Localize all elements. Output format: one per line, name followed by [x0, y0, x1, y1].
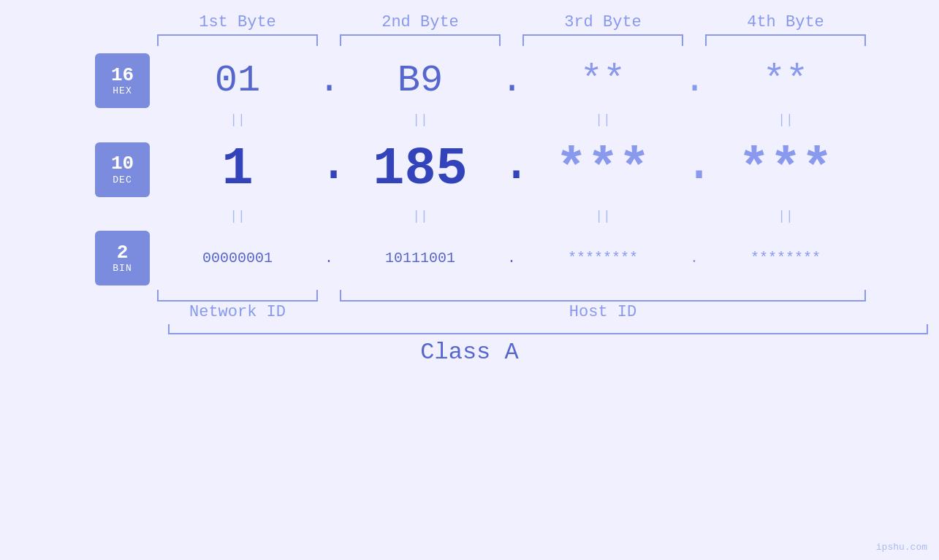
bin-badge: 2 BIN [95, 231, 150, 285]
hex-byte1: 01 [157, 59, 318, 102]
watermark: ipshu.com [876, 542, 927, 553]
byte3-label: 3rd Byte [522, 13, 683, 31]
eq1-byte4: || [705, 112, 866, 127]
byte2-top-bracket [340, 34, 501, 46]
bin-badge-number: 2 [117, 242, 129, 264]
hex-badge-number: 16 [111, 65, 134, 86]
bin-sep3: . [683, 250, 705, 266]
eq2-byte1: || [157, 209, 318, 223]
host-id-label: Host ID [340, 303, 866, 321]
dec-byte4: *** [705, 139, 866, 199]
hex-byte4: ** [705, 59, 866, 102]
hex-badge-text: HEX [113, 85, 132, 96]
bin-byte3: ******** [522, 250, 683, 266]
bin-byte1: 00000001 [157, 250, 318, 266]
byte4-top-bracket [705, 34, 866, 46]
eq1-byte2: || [340, 112, 501, 127]
byte3-top-bracket [522, 34, 683, 46]
dec-sep3: . [683, 134, 705, 204]
main-container: 1st Byte 2nd Byte 3rd Byte 4th Byte 16 H… [0, 0, 939, 560]
bin-badge-text: BIN [113, 263, 132, 274]
dec-sep2: . [501, 134, 522, 204]
bin-byte4: ******** [705, 250, 866, 266]
byte1-label: 1st Byte [157, 13, 318, 31]
bin-sep1: . [318, 250, 340, 266]
hex-sep1: . [318, 59, 340, 102]
byte1-top-bracket [157, 34, 318, 46]
hex-byte2: B9 [340, 59, 501, 102]
dec-sep1: . [318, 134, 340, 204]
byte4-label: 4th Byte [705, 13, 866, 31]
network-id-label: Network ID [157, 303, 318, 321]
eq1-byte1: || [157, 112, 318, 127]
dec-byte1: 1 [157, 139, 318, 199]
dec-badge-text: DEC [113, 174, 132, 185]
eq2-byte3: || [522, 209, 683, 223]
network-id-bottom-bracket [157, 290, 318, 302]
class-label: Class A [420, 339, 518, 366]
hex-sep2: . [501, 59, 522, 102]
host-id-bottom-bracket [340, 290, 866, 302]
dec-byte2: 185 [340, 139, 501, 199]
bin-byte2: 10111001 [340, 250, 501, 266]
eq1-byte3: || [522, 112, 683, 127]
hex-byte3: ** [522, 59, 683, 102]
bin-sep2: . [501, 250, 522, 266]
hex-sep3: . [683, 59, 705, 102]
hex-badge: 16 HEX [95, 53, 150, 108]
dec-byte3: *** [522, 139, 683, 199]
dec-badge-number: 10 [111, 153, 134, 174]
dec-badge: 10 DEC [95, 142, 150, 197]
eq2-byte4: || [705, 209, 866, 223]
eq2-byte2: || [340, 209, 501, 223]
byte2-label: 2nd Byte [340, 13, 501, 31]
